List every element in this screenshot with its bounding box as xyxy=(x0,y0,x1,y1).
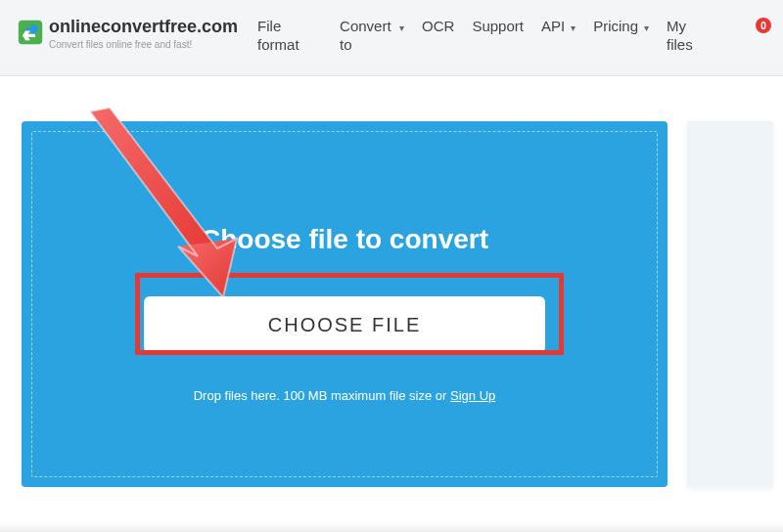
chevron-down-icon: ▾ xyxy=(399,22,404,35)
nav-ocr[interactable]: OCR xyxy=(422,18,454,36)
nav-my-files[interactable]: My files xyxy=(667,18,712,55)
page-bottom-shadow xyxy=(0,522,783,532)
header-right: 0 xyxy=(756,18,771,33)
main-content: Choose file to convert CHOOSE FILE Drop … xyxy=(0,76,783,487)
swap-arrows-icon xyxy=(18,20,43,45)
upload-panel: Choose file to convert CHOOSE FILE Drop … xyxy=(22,121,668,487)
signup-link[interactable]: Sign Up xyxy=(450,388,495,403)
nav-pricing[interactable]: Pricing ▾ xyxy=(593,18,649,36)
upload-helper: Drop files here. 100 MB maximum file siz… xyxy=(32,388,657,403)
choose-file-button[interactable]: CHOOSE FILE xyxy=(144,296,545,353)
nav-file-format[interactable]: File format xyxy=(257,18,322,55)
upload-dropzone[interactable]: Choose file to convert CHOOSE FILE Drop … xyxy=(31,131,658,477)
notification-badge[interactable]: 0 xyxy=(756,18,771,33)
upload-headline: Choose file to convert xyxy=(32,224,657,255)
chevron-down-icon: ▾ xyxy=(644,22,649,35)
svg-rect-0 xyxy=(19,21,42,44)
site-logo[interactable]: onlineconvertfree.com Convert files onli… xyxy=(18,18,238,50)
main-nav: File format Convert to ▾ OCR Support API… xyxy=(257,18,752,55)
nav-convert-to[interactable]: Convert to ▾ xyxy=(340,18,404,55)
site-name: onlineconvertfree.com xyxy=(49,18,238,37)
nav-support[interactable]: Support xyxy=(472,18,524,36)
nav-api[interactable]: API ▾ xyxy=(541,18,576,36)
chevron-down-icon: ▾ xyxy=(571,22,576,35)
side-panel xyxy=(687,121,773,487)
site-header: onlineconvertfree.com Convert files onli… xyxy=(0,0,783,76)
upload-helper-text: Drop files here. 100 MB maximum file siz… xyxy=(194,388,450,403)
site-tagline: Convert files online free and fast! xyxy=(49,39,238,50)
page-root: onlineconvertfree.com Convert files onli… xyxy=(0,0,783,532)
